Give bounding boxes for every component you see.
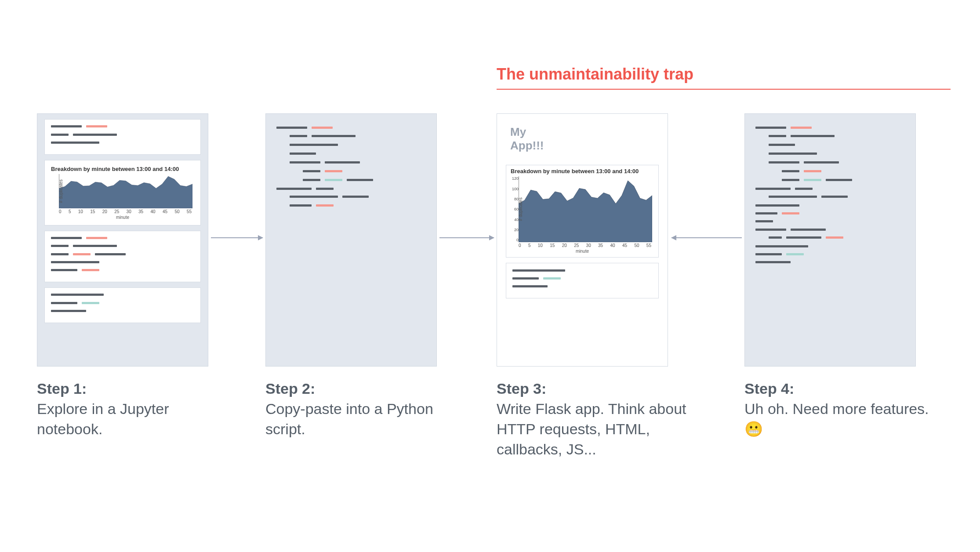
arrow-1-to-2 [211,237,263,238]
code-line [276,160,426,164]
caption-step-2: Step 2: Copy-paste into a Python script. [265,379,446,439]
axis-tick: 0 [59,209,62,214]
axis-tick: 55 [187,209,192,214]
code-line [755,236,905,240]
code-line [276,134,426,138]
code-line [512,285,652,287]
panel-step-2 [265,113,437,367]
code-line [51,236,194,239]
step-label: Step 1: [37,380,87,397]
step-text: Copy-paste into a Python script. [265,400,433,437]
axis-tick: 100 [512,187,519,191]
code-line [755,228,905,230]
caption-step-3: Step 3: Write Flask app. Think about HTT… [497,379,699,460]
axis-tick: 45 [622,243,627,248]
code-line [51,244,194,247]
chart-title: Breakdown by minute between 13:00 and 14… [51,166,194,172]
axis-tick: 50 [174,209,179,214]
code-line [276,195,426,199]
notebook-code-cell [44,231,201,282]
step-label: Step 3: [497,380,546,397]
axis-tick: 35 [598,243,603,248]
code-line [755,169,905,173]
axis-tick: 30 [127,209,131,214]
code-line [51,133,194,135]
trap-title: The unmaintainability trap [497,65,951,90]
code-line [276,169,426,173]
panel-step-4 [744,113,916,367]
caption-step-4: Step 4: Uh oh. Need more features.😬 [744,379,929,439]
code-line [276,187,426,189]
code-line [512,269,652,271]
step-label: Step 4: [744,380,794,397]
axis-tick: 5 [69,209,71,214]
axis-tick: 45 [163,209,167,214]
code-line [755,160,905,164]
code-line [51,309,194,312]
code-line [755,134,905,138]
axis-tick: 40 [151,209,156,214]
axis-tick: 25 [114,209,119,214]
axis-tick: 20 [562,243,567,248]
app-title-line-1: My [510,125,668,139]
code-line [276,152,426,155]
code-line [755,126,905,129]
code-line [755,212,905,214]
code-line [755,143,905,146]
axis-tick: 5 [528,243,531,248]
code-line [51,261,194,263]
code-line [755,245,905,247]
app-title: My App!!! [497,114,668,153]
axis-tick: 40 [610,243,615,248]
code-line [51,141,194,144]
code-line [51,293,194,296]
chart-title: Breakdown by minute between 13:00 and 14… [511,168,654,174]
chart-body: 120100806040200 # duplicates [511,176,654,242]
notebook-code-cell [44,287,201,323]
axis-tick: 55 [646,243,651,248]
chart-xlabel: minute [51,215,194,220]
code-line [755,204,905,207]
code-line [51,301,194,304]
axis-tick: 30 [586,243,591,248]
code-line [755,253,905,255]
chart-xlabel: minute [511,249,654,254]
code-line [755,152,905,155]
axis-tick: 25 [574,243,579,248]
chart-ylabel: # duplicates [58,179,63,203]
axis-tick: 20 [514,228,519,232]
notebook-code-cell [44,119,201,155]
code-line [276,126,426,129]
chart-ylabel: # duplicates [518,198,523,221]
code-line [755,178,905,182]
axis-tick: 20 [102,209,107,214]
step-text: Uh oh. Need more features.😬 [744,400,929,437]
chart-body: # duplicates [51,174,194,208]
code-line [51,252,194,255]
code-line [276,204,426,207]
code-line [755,220,905,222]
app-title-line-2: App!!! [510,139,668,153]
step-label: Step 2: [265,380,315,397]
step-text: Explore in a Jupyter notebook. [37,400,169,437]
code-line [51,125,194,127]
axis-tick: 0 [519,243,521,248]
code-line [755,187,905,189]
code-line [276,178,426,182]
notebook-chart-cell: Breakdown by minute between 13:00 and 14… [44,160,201,225]
axis-tick: 50 [634,243,639,248]
axis-tick: 10 [78,209,83,214]
panel3-code-cell [506,263,659,298]
panel-step-3: My App!!! Breakdown by minute between 13… [497,113,668,367]
code-line [755,261,905,263]
code-line [51,269,194,271]
app-chart-card: Breakdown by minute between 13:00 and 14… [506,165,659,258]
axis-tick: 15 [550,243,555,248]
arrow-4-to-3 [671,237,742,238]
axis-tick: 35 [138,209,143,214]
step-text: Write Flask app. Think about HTTP reques… [497,400,686,458]
code-line [276,143,426,146]
code-line [512,277,652,280]
arrow-2-to-3 [439,237,494,238]
caption-step-1: Step 1: Explore in a Jupyter notebook. [37,379,217,439]
